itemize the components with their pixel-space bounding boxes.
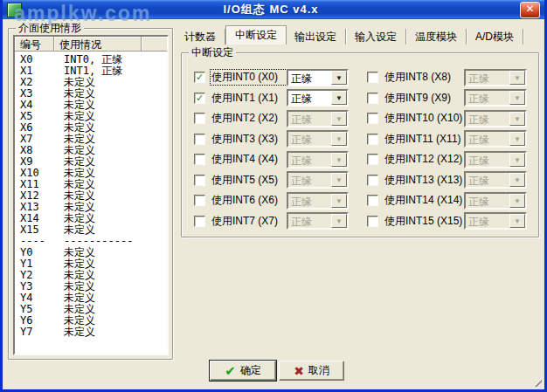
edge-select-int10: 正缘▼ [464, 110, 527, 127]
edge-select-int13: 正缘▼ [464, 171, 527, 189]
checkbox-label-int0[interactable]: 使用INT0 (X0) [211, 70, 287, 85]
edge-select-int11: 正缘▼ [464, 130, 527, 148]
interrupt-row-int9: 使用INT9 (X9)正缘▼ [367, 88, 527, 109]
edge-select-int15: 正缘▼ [464, 212, 527, 230]
dropdown-arrow-icon: ▼ [331, 173, 347, 187]
checkbox-label-int15[interactable]: 使用INT15 (X15) [384, 214, 464, 229]
header-cell-id[interactable]: 编号 [15, 37, 54, 52]
cross-icon: ✖ [294, 365, 304, 377]
edge-select-value: 正缘 [288, 132, 331, 146]
dropdown-arrow-icon[interactable]: ▼ [331, 91, 347, 105]
close-button[interactable]: ✕ [520, 2, 540, 18]
edge-select-value: 正缘 [466, 91, 509, 105]
tab-input[interactable]: 输入设定 [346, 29, 406, 45]
checkbox-label-int14[interactable]: 使用INT14 (X14) [384, 193, 464, 208]
checkbox-use-int5[interactable] [194, 175, 205, 186]
checkbox-label-int4[interactable]: 使用INT4 (X4) [211, 152, 287, 167]
dropdown-arrow-icon: ▼ [509, 132, 525, 146]
dropdown-arrow-icon[interactable]: ▼ [331, 71, 347, 85]
checkbox-use-int1[interactable]: ✓ [194, 93, 205, 104]
dropdown-arrow-icon: ▼ [509, 91, 525, 105]
cancel-button[interactable]: ✖ 取消 [279, 361, 344, 381]
interrupt-row-int12: 使用INT12 (X12)正缘▼ [367, 149, 527, 170]
tab-ad-module[interactable]: A/D模块 [467, 29, 523, 45]
interrupt-row-int10: 使用INT10 (X10)正缘▼ [367, 108, 527, 129]
checkbox-label-int2[interactable]: 使用INT2 (X2) [211, 111, 287, 126]
checkbox-use-int10[interactable] [367, 113, 378, 124]
io-usage-list[interactable]: 编号 使用情况 X0INT0, 正缘X1INT1, 正缘X2未定义X3未定义X4… [13, 35, 169, 355]
interrupt-column-left: ✓使用INT0 (X0)正缘▼✓使用INT1 (X1)正缘▼使用INT2 (X2… [194, 67, 349, 231]
checkbox-use-int7[interactable] [194, 216, 205, 227]
edge-select-int6: 正缘▼ [287, 192, 349, 210]
dropdown-arrow-icon: ▼ [331, 132, 347, 146]
checkbox-label-int12[interactable]: 使用INT12 (X12) [384, 152, 464, 167]
list-rows: X0INT0, 正缘X1INT1, 正缘X2未定义X3未定义X4未定义X5未定义… [15, 52, 167, 338]
list-row-y7[interactable]: Y7未定义 [15, 327, 167, 338]
dropdown-arrow-icon: ▼ [331, 112, 347, 126]
checkbox-label-int13[interactable]: 使用INT13 (X13) [384, 173, 464, 188]
checkbox-label-int8[interactable]: 使用INT8 (X8) [384, 70, 464, 85]
checkbox-label-int1[interactable]: 使用INT1 (X1) [211, 91, 287, 106]
interrupt-row-int4: 使用INT4 (X4)正缘▼ [194, 149, 349, 170]
checkbox-use-int6[interactable] [194, 195, 205, 206]
edge-select-value: 正缘 [288, 153, 331, 167]
checkbox-use-int2[interactable] [194, 113, 205, 124]
dropdown-arrow-icon: ▼ [509, 173, 525, 187]
edge-select-value: 正缘 [466, 194, 509, 208]
interrupt-row-int2: 使用INT2 (X2)正缘▼ [194, 108, 349, 129]
edge-select-value: 正缘 [288, 194, 331, 208]
checkbox-use-int12[interactable] [367, 154, 378, 165]
checkbox-label-int10[interactable]: 使用INT10 (X10) [384, 111, 464, 126]
tab-output[interactable]: 输出设定 [286, 29, 346, 45]
tab-counter[interactable]: 计数器 [176, 29, 225, 45]
checkbox-use-int3[interactable] [194, 134, 205, 145]
resize-grip-icon[interactable] [530, 375, 542, 387]
checkbox-label-int3[interactable]: 使用INT3 (X3) [211, 132, 287, 147]
edge-select-int3: 正缘▼ [287, 130, 349, 148]
checkbox-label-int7[interactable]: 使用INT7 (X7) [211, 214, 287, 229]
interrupt-groupbox: 中断设定 ✓使用INT0 (X0)正缘▼✓使用INT1 (X1)正缘▼使用INT… [181, 52, 539, 237]
dropdown-arrow-icon: ▼ [509, 194, 525, 208]
checkbox-label-int11[interactable]: 使用INT11 (X11) [384, 132, 464, 147]
edge-select-int9: 正缘▼ [464, 89, 527, 107]
header-cell-usage[interactable]: 使用情况 [54, 37, 142, 52]
interrupt-row-int5: 使用INT5 (X5)正缘▼ [194, 170, 349, 191]
edge-select-int5: 正缘▼ [287, 171, 349, 189]
interrupt-row-int15: 使用INT15 (X15)正缘▼ [367, 211, 527, 232]
checkbox-use-int4[interactable] [194, 154, 205, 165]
ok-button[interactable]: ✔ 确定 [210, 361, 276, 381]
dropdown-arrow-icon: ▼ [509, 71, 525, 85]
interrupt-row-int8: 使用INT8 (X8)正缘▼ [367, 67, 527, 88]
edge-select-int1[interactable]: 正缘▼ [287, 89, 349, 107]
checkbox-use-int11[interactable] [367, 134, 378, 145]
checkbox-label-int5[interactable]: 使用INT5 (X5) [211, 173, 287, 188]
edge-select-value: 正缘 [466, 153, 509, 167]
interrupt-group-label: 中断设定 [189, 46, 236, 58]
tab-interrupt[interactable]: 中断设定 [225, 25, 287, 45]
edge-select-int0[interactable]: 正缘▼ [287, 69, 349, 86]
tab-temperature[interactable]: 温度模块 [406, 29, 467, 45]
close-icon: ✕ [525, 3, 534, 15]
edge-select-int12: 正缘▼ [464, 151, 527, 168]
interrupt-row-int1: ✓使用INT1 (X1)正缘▼ [194, 88, 349, 109]
interrupt-row-int14: 使用INT14 (X14)正缘▼ [367, 190, 527, 211]
checkbox-use-int9[interactable] [367, 93, 378, 104]
interrupt-row-int0: ✓使用INT0 (X0)正缘▼ [194, 67, 349, 88]
checkbox-use-int14[interactable] [367, 195, 378, 206]
checkbox-use-int13[interactable] [367, 175, 378, 186]
dialog-window: I/O组态 MC v4.x ✕ amplkw.com 介面使用情形 编号 使用情… [0, 0, 547, 392]
checkbox-label-int9[interactable]: 使用INT9 (X9) [384, 91, 464, 106]
edge-select-value: 正缘 [288, 71, 331, 85]
interrupt-row-int6: 使用INT6 (X6)正缘▼ [194, 190, 349, 211]
checkbox-use-int0[interactable]: ✓ [194, 72, 205, 83]
title-bar: I/O组态 MC v4.x ✕ [3, 0, 544, 19]
edge-select-value: 正缘 [466, 214, 509, 228]
checkbox-use-int15[interactable] [367, 216, 378, 227]
edge-select-int7: 正缘▼ [287, 212, 349, 230]
edge-select-value: 正缘 [466, 71, 509, 85]
list-cell-usage: 未定义 [64, 327, 167, 338]
edge-select-value: 正缘 [466, 112, 509, 126]
checkbox-use-int8[interactable] [367, 72, 378, 83]
checkbox-label-int6[interactable]: 使用INT6 (X6) [211, 193, 287, 208]
edge-select-value: 正缘 [288, 112, 331, 126]
